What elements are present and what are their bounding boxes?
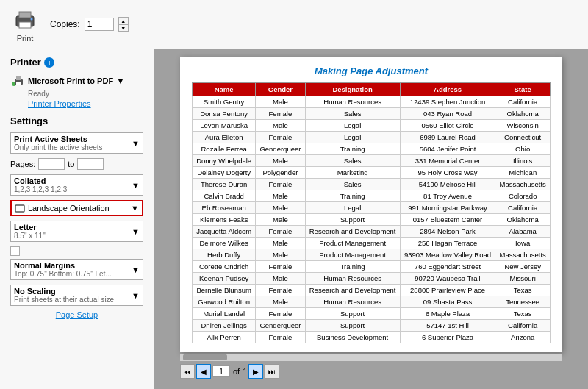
table-cell: Training — [305, 261, 400, 273]
table-cell: Ohio — [495, 143, 551, 155]
settings-title: Settings — [10, 115, 143, 126]
horizontal-scrollbar[interactable] — [180, 354, 562, 361]
table-cell: Dniren Jellings — [193, 320, 256, 332]
table-row: Delmore WilkesMaleProduct Management256 … — [193, 238, 551, 249]
table-cell: Legal — [305, 202, 400, 214]
table-cell: Bernelle Blunsum — [193, 285, 256, 296]
table-row: Garwood RuiltonMaleHuman Resources09 Sha… — [193, 296, 551, 308]
table-cell: Klemens Feaks — [193, 214, 256, 226]
table-row: Calvin BraddMaleTraining81 Troy AvenueCo… — [193, 190, 551, 202]
table-row: Levon MaruskaMaleLegal0560 Elliot Circle… — [193, 120, 551, 132]
table-cell: Arizona — [495, 332, 551, 343]
table-row: Rozalle FerreaGenderqueerTraining5604 Je… — [193, 143, 551, 155]
setting-collated: Collated 1,2,3 1,2,3 1,2,3 ▼ — [10, 174, 143, 196]
svg-rect-6 — [16, 76, 21, 80]
table-row: Dorisa PentonyFemaleSales043 Ryan RoadOk… — [193, 108, 551, 120]
printer-dropdown-arrow[interactable]: ▼ — [116, 76, 125, 86]
table-cell: 95 Holy Cross Way — [400, 167, 495, 179]
page-current-input[interactable] — [212, 365, 230, 377]
pages-to-label: to — [68, 160, 74, 168]
table-cell: 043 Ryan Road — [400, 108, 495, 120]
table-row: Herb DuffyMaleProduct Management93903 Me… — [193, 249, 551, 261]
page-preview: Making Page Adjustment NameGenderDesigna… — [180, 57, 562, 352]
table-cell: Training — [305, 143, 400, 155]
checkbox[interactable] — [10, 246, 20, 256]
copies-input[interactable] — [85, 18, 114, 31]
setting-orientation: Landscape Orientation ▼ — [10, 200, 143, 216]
table-cell: Male — [256, 120, 305, 132]
setting-scaling: No Scaling Print sheets at their actual … — [10, 285, 143, 306]
table-cell: Smith Gentry — [193, 96, 256, 108]
nav-first-btn[interactable]: ⏮ — [180, 364, 195, 379]
table-cell: Male — [256, 214, 305, 226]
copies-label: Copies: — [50, 19, 80, 29]
table-cell: Sales — [305, 108, 400, 120]
page-setup-link[interactable]: Page Setup — [10, 310, 143, 319]
printer-properties-link[interactable]: Printer Properties — [28, 99, 143, 108]
table-header-cell: Gender — [256, 83, 305, 96]
copies-spinner[interactable]: ▲ ▼ — [118, 17, 129, 32]
preview-nav: ⏮ ◀ of 1 ▶ ⏭ — [180, 361, 562, 382]
table-cell: Human Resources — [305, 96, 400, 108]
scrollbar-thumb — [183, 354, 227, 360]
svg-rect-7 — [16, 82, 21, 85]
table-cell: Eb Roseaman — [193, 202, 256, 214]
table-cell: Keenan Pudsey — [193, 273, 256, 285]
table-cell: Alabama — [495, 226, 551, 238]
printer-name: Microsoft Print to PDF — [28, 76, 113, 85]
table-cell: Product Management — [305, 249, 400, 261]
checkbox-row — [10, 246, 143, 256]
table-cell: Support — [305, 214, 400, 226]
print-icon-wrap: Print — [12, 6, 38, 43]
table-cell: Training — [305, 190, 400, 202]
table-cell: Murial Landal — [193, 308, 256, 320]
table-cell: Texas — [495, 285, 551, 296]
nav-prev-btn[interactable]: ◀ — [196, 364, 211, 379]
table-cell: Female — [256, 308, 305, 320]
table-cell: Female — [256, 108, 305, 120]
letter-dropdown[interactable]: Letter 8.5" x 11" ▼ — [10, 221, 143, 242]
table-cell: Levon Maruska — [193, 120, 256, 132]
pages-label: Pages: — [10, 160, 35, 168]
table-cell: Research and Development — [305, 285, 400, 296]
table-cell: Research and Development — [305, 226, 400, 238]
table-row: Dniren JellingsGenderqueerSupport57147 1… — [193, 320, 551, 332]
nav-next-btn[interactable]: ▶ — [248, 364, 263, 379]
table-header-row: NameGenderDesignationAddressState — [193, 83, 551, 96]
table-cell: Herb Duffy — [193, 249, 256, 261]
table-cell: 760 Eggendart Street — [400, 261, 495, 273]
table-cell: Male — [256, 249, 305, 261]
orientation-dropdown[interactable]: Landscape Orientation ▼ — [10, 200, 143, 216]
table-cell: Male — [256, 273, 305, 285]
table-cell: Delmore Wilkes — [193, 238, 256, 249]
table-cell: Male — [256, 202, 305, 214]
preview-title: Making Page Adjustment — [192, 65, 551, 76]
orientation-arrow: ▼ — [131, 204, 139, 213]
table-cell: Marketing — [305, 167, 400, 179]
table-cell: California — [495, 320, 551, 332]
table-cell: Female — [256, 226, 305, 238]
letter-sub: 8.5" x 11" — [14, 232, 46, 240]
table-row: Delainey DogertyPolygenderMarketing95 Ho… — [193, 167, 551, 179]
collated-sub: 1,2,3 1,2,3 1,2,3 — [14, 185, 67, 193]
table-cell: Female — [256, 285, 305, 296]
scaling-dropdown[interactable]: No Scaling Print sheets at their actual … — [10, 285, 143, 306]
info-icon[interactable]: i — [44, 57, 54, 68]
scaling-label: No Scaling — [14, 287, 114, 296]
page-total: 1 — [243, 367, 247, 376]
pages-to-input[interactable] — [77, 158, 104, 170]
table-cell: Oklahoma — [495, 108, 551, 120]
table-cell: Female — [256, 132, 305, 143]
margins-dropdown[interactable]: Normal Margins Top: 0.75" Bottom: 0.75" … — [10, 259, 143, 280]
table-cell: Female — [256, 261, 305, 273]
page-of-label: of — [233, 367, 240, 376]
table-header: NameGenderDesignationAddressState — [193, 83, 551, 96]
print-sheets-dropdown[interactable]: Print Active Sheets Only print the activ… — [10, 132, 143, 154]
collated-dropdown[interactable]: Collated 1,2,3 1,2,3 1,2,3 ▼ — [10, 174, 143, 196]
nav-last-btn[interactable]: ⏭ — [265, 364, 279, 379]
table-cell: 09 Shasta Pass — [400, 296, 495, 308]
table-cell: 331 Memorial Center — [400, 155, 495, 167]
table-cell: Business Development — [305, 332, 400, 343]
pages-from-input[interactable] — [38, 158, 65, 170]
margins-label: Normal Margins — [14, 261, 112, 270]
